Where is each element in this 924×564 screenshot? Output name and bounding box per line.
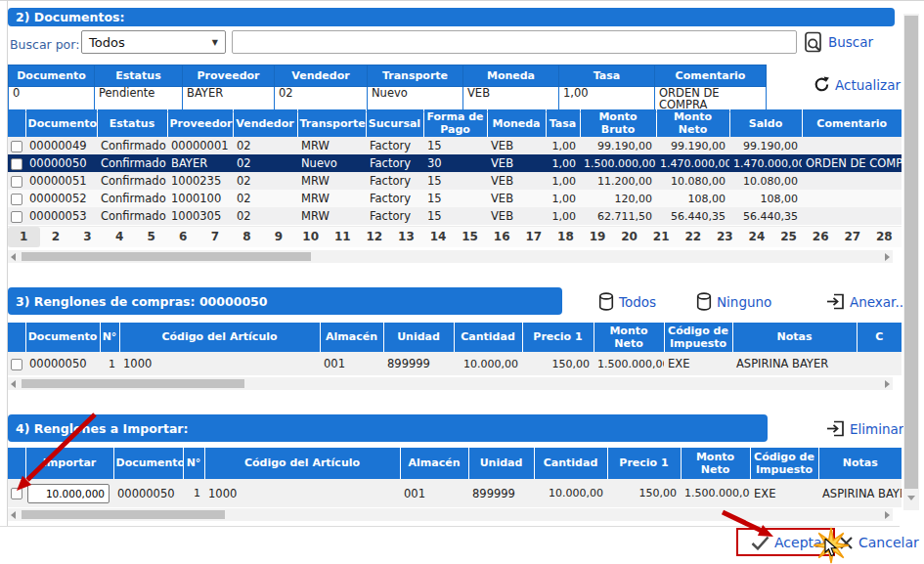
table-row[interactable]: 00000051 Confirmado 1000235 02 MRW Facto… xyxy=(8,172,902,190)
page-number[interactable]: 26 xyxy=(805,227,837,247)
page-vscrollbar[interactable] xyxy=(903,14,919,510)
scroll-right-arrow[interactable] xyxy=(885,511,890,519)
page-number[interactable]: 2 xyxy=(40,227,72,247)
cell-extra xyxy=(857,352,902,375)
row-checkbox-cell xyxy=(8,479,25,507)
scroll-right-arrow[interactable] xyxy=(885,253,890,261)
cell xyxy=(802,207,902,225)
cell-unidad: 899999 xyxy=(468,479,534,507)
scroll-left-arrow[interactable] xyxy=(11,511,16,519)
cell: 1.500.000,00 xyxy=(580,154,656,172)
page-number[interactable]: 23 xyxy=(709,227,741,247)
cancelar-button[interactable]: Cancelar xyxy=(839,535,919,550)
row-checkbox[interactable] xyxy=(11,158,22,170)
page-number[interactable]: 15 xyxy=(454,227,486,247)
documents-hscrollbar[interactable] xyxy=(8,250,893,263)
scrollbar-thumb[interactable] xyxy=(904,16,918,489)
table-row[interactable]: 00000053 Confirmado 1000305 02 MRW Facto… xyxy=(8,207,902,225)
actualizar-button[interactable]: Actualizar xyxy=(814,76,901,93)
page-number[interactable]: 6 xyxy=(167,227,199,247)
purchase-lines-hscrollbar[interactable] xyxy=(8,377,893,390)
page-number[interactable]: 18 xyxy=(550,227,582,247)
page-number[interactable]: 17 xyxy=(518,227,550,247)
todos-button[interactable]: Todos xyxy=(598,292,656,311)
row-checkbox[interactable] xyxy=(11,176,22,188)
cell-codigo-articulo: 1000 xyxy=(204,479,400,507)
cell-cantidad: 10.000,00 xyxy=(454,352,522,375)
cell-documento: 00000050 xyxy=(25,352,100,375)
page-number[interactable]: 8 xyxy=(231,227,263,247)
page-number[interactable]: 4 xyxy=(104,227,136,247)
cell: 11.200,00 xyxy=(580,172,656,190)
search-input[interactable] xyxy=(232,30,797,54)
col-header: N° xyxy=(100,323,119,352)
page-number[interactable]: 5 xyxy=(135,227,167,247)
row-checkbox[interactable] xyxy=(11,194,22,205)
scrollbar-thumb[interactable] xyxy=(22,252,311,261)
cell: Confirmado xyxy=(97,207,167,225)
import-lines-hscrollbar[interactable] xyxy=(8,508,893,521)
row-checkbox[interactable] xyxy=(11,359,22,370)
page-number[interactable]: 10 xyxy=(294,227,327,247)
search-field-select[interactable]: Todos ▼ xyxy=(81,30,226,54)
aceptar-button[interactable]: Aceptar xyxy=(751,535,827,550)
x-icon xyxy=(839,536,854,550)
cell: BAYER xyxy=(167,154,233,172)
scrollbar-thumb[interactable] xyxy=(22,510,225,519)
scroll-right-arrow[interactable] xyxy=(885,380,890,388)
page-number[interactable]: 12 xyxy=(359,227,391,247)
page-number[interactable]: 21 xyxy=(645,227,678,247)
row-checkbox[interactable] xyxy=(11,211,22,223)
page-number[interactable]: 16 xyxy=(486,227,518,247)
table-row[interactable]: 00000050 Confirmado BAYER 02 Nuevo Facto… xyxy=(8,154,902,172)
cell-codigo-articulo: 1000 xyxy=(119,352,320,375)
cell: Nuevo xyxy=(297,154,366,172)
database-icon xyxy=(598,292,614,311)
ninguno-button[interactable]: Ninguno xyxy=(696,292,771,311)
col-header: Almacén xyxy=(400,448,468,479)
page-number[interactable]: 24 xyxy=(741,227,773,247)
search-icon xyxy=(804,31,823,53)
page-number[interactable]: 1 xyxy=(8,227,40,247)
page-number[interactable]: 9 xyxy=(263,227,295,247)
row-checkbox[interactable] xyxy=(11,141,22,152)
scroll-left-arrow[interactable] xyxy=(11,380,16,388)
table-row[interactable]: 00000049 Confirmado 00000001 02 MRW Fact… xyxy=(8,137,902,154)
cell: VEB xyxy=(487,190,546,207)
page-number[interactable]: 20 xyxy=(613,227,645,247)
anexar-label: Anexar... xyxy=(850,294,907,310)
col-header: Monto Neto xyxy=(656,109,729,137)
anexar-button[interactable]: Anexar... xyxy=(826,292,907,311)
scroll-left-arrow[interactable] xyxy=(11,253,16,261)
filter-row[interactable]: 0 Pendiente BAYER 02 Nuevo VEB 1,00 ORDE… xyxy=(9,87,767,112)
page-number[interactable]: 3 xyxy=(71,227,104,247)
chevron-down-icon: ▼ xyxy=(212,38,218,47)
scroll-down-arrow[interactable] xyxy=(907,496,915,504)
page-number[interactable]: 11 xyxy=(327,227,359,247)
scrollbar-thumb[interactable] xyxy=(22,379,244,388)
page-number[interactable]: 28 xyxy=(868,227,901,247)
importar-quantity-input[interactable] xyxy=(27,484,110,503)
page-number[interactable]: 14 xyxy=(422,227,455,247)
import-line-row[interactable]: 00000050 1 1000 001 899999 10.000,00 150… xyxy=(8,479,902,507)
cell: 1,00 xyxy=(546,207,580,225)
page-number[interactable]: 13 xyxy=(390,227,422,247)
cell: 1.470.000,00 xyxy=(656,154,729,172)
buscar-button[interactable]: Buscar xyxy=(804,31,873,53)
col-header: C xyxy=(857,323,902,352)
page-number[interactable]: 25 xyxy=(772,227,805,247)
page-number[interactable]: 7 xyxy=(199,227,232,247)
cell: 00000051 xyxy=(25,172,97,190)
col-header: Proveedor xyxy=(167,109,233,137)
page-number[interactable]: 27 xyxy=(836,227,868,247)
page-number[interactable]: 22 xyxy=(677,227,709,247)
page-number[interactable]: 19 xyxy=(582,227,614,247)
col-header: Proveedor xyxy=(183,65,275,87)
import-row-checkbox[interactable] xyxy=(11,488,22,499)
table-row[interactable]: 00000052 Confirmado 1000100 02 MRW Facto… xyxy=(8,190,902,207)
cell: 00000049 xyxy=(25,137,97,154)
col-header: Unidad xyxy=(468,448,534,479)
col-header: Código de Impuesto xyxy=(664,323,732,352)
eliminar-button[interactable]: Eliminar... xyxy=(826,419,915,438)
purchase-line-row[interactable]: 00000050 1 1000 001 899999 10.000,00 150… xyxy=(8,352,902,375)
